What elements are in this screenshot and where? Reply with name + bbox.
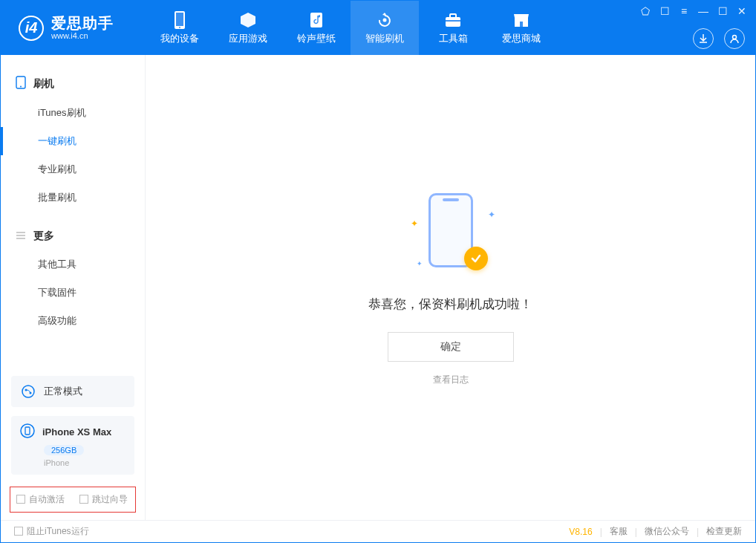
minimize-button[interactable]: — (697, 5, 709, 17)
device-card[interactable]: iPhone XS Max 256GB iPhone (11, 416, 134, 475)
svg-rect-7 (446, 20, 460, 22)
sidebar-item-advanced[interactable]: 高级功能 (1, 307, 145, 335)
toolbox-icon (444, 11, 462, 29)
svg-rect-6 (450, 14, 456, 18)
sidebar-group-more: 更多 (1, 222, 145, 250)
sidebar-group-title: 更多 (33, 230, 54, 243)
sidebar-group-flash: 刷机 (1, 68, 145, 99)
store-icon (512, 11, 530, 29)
view-log-link[interactable]: 查看日志 (433, 374, 469, 386)
brand-text: 爱思助手 www.i4.cn (51, 15, 114, 40)
tab-apps-games[interactable]: 应用游戏 (214, 1, 282, 55)
tab-label: 工具箱 (439, 32, 468, 45)
sidebar-item-itunes-flash[interactable]: iTunes刷机 (1, 99, 145, 127)
skin-button[interactable]: ⬠ (639, 5, 651, 17)
more-icon (16, 231, 26, 242)
success-message: 恭喜您，保资料刷机成功啦！ (368, 296, 532, 313)
device-type: iPhone (44, 458, 126, 467)
checkbox-auto-activate[interactable]: 自动激活 (16, 493, 65, 506)
refresh-icon (376, 11, 394, 29)
svg-rect-8 (520, 22, 523, 27)
tab-label: 铃声壁纸 (297, 32, 336, 45)
svg-point-15 (22, 386, 34, 397)
tab-my-device[interactable]: 我的设备 (146, 1, 214, 55)
sidebar-item-other-tools[interactable]: 其他工具 (1, 250, 145, 279)
brand-subtitle: www.i4.cn (51, 31, 114, 40)
brand-title: 爱思助手 (51, 15, 114, 31)
tab-toolbox[interactable]: 工具箱 (419, 1, 487, 55)
checkbox-block-itunes[interactable]: 阻止iTunes运行 (14, 525, 89, 538)
svg-point-11 (20, 86, 22, 88)
sidebar-item-download-firmware[interactable]: 下载固件 (1, 279, 145, 307)
sidebar-group-title: 刷机 (33, 77, 54, 91)
ok-button[interactable]: 确定 (388, 332, 514, 362)
app-header: i4 爱思助手 www.i4.cn 我的设备 应用游戏 铃声壁纸 (1, 1, 755, 55)
theme-button[interactable]: ☐ (659, 5, 671, 17)
statusbar-link-wechat[interactable]: 微信公众号 (645, 525, 689, 538)
check-badge-icon (464, 247, 488, 270)
checkbox-row-highlighted: 自动激活 跳过向导 (10, 487, 136, 513)
sparkle-icon: ✦ (488, 209, 495, 220)
device-name: iPhone XS Max (42, 426, 111, 438)
mode-label: 正常模式 (44, 385, 82, 398)
sparkle-icon: ✦ (411, 218, 418, 229)
sparkle-icon: ✦ (417, 260, 423, 267)
header-right-actions (693, 28, 745, 49)
main-content: ✦ ✦ ✦ 恭喜您，保资料刷机成功啦！ 确定 查看日志 (146, 55, 755, 520)
tab-store[interactable]: 爱思商城 (487, 1, 555, 55)
window-controls: ⬠ ☐ ≡ — ☐ ✕ (639, 5, 748, 17)
svg-point-18 (21, 424, 34, 438)
brand: i4 爱思助手 www.i4.cn (1, 1, 146, 55)
version-label: V8.16 (569, 527, 592, 537)
sidebar-item-onekey-flash[interactable]: 一键刷机 (1, 127, 145, 155)
svg-rect-3 (310, 13, 322, 27)
success-illustration: ✦ ✦ ✦ (406, 189, 495, 278)
sidebar-item-batch-flash[interactable]: 批量刷机 (1, 183, 145, 212)
download-circle-icon[interactable] (693, 28, 714, 49)
header-tabs: 我的设备 应用游戏 铃声壁纸 智能刷机 工具箱 (146, 1, 555, 55)
svg-rect-19 (25, 427, 30, 435)
sidebar: 刷机 iTunes刷机 一键刷机 专业刷机 批量刷机 更多 其他工具 下载固件 … (1, 55, 146, 520)
music-icon (307, 11, 325, 29)
tab-label: 智能刷机 (365, 32, 404, 45)
checkbox-skip-guide[interactable]: 跳过向导 (79, 493, 128, 506)
close-button[interactable]: ✕ (736, 5, 748, 17)
logo-icon: i4 (19, 16, 44, 41)
svg-point-4 (383, 18, 387, 22)
tab-smart-flash[interactable]: 智能刷机 (351, 1, 419, 55)
device-icon (20, 423, 35, 440)
tab-ringtones-wallpapers[interactable]: 铃声壁纸 (282, 1, 351, 55)
statusbar: 阻止iTunes运行 V8.16 | 客服 | 微信公众号 | 检查更新 (1, 520, 755, 542)
tab-label: 应用游戏 (229, 32, 267, 45)
mode-icon (20, 383, 36, 400)
phone-icon (171, 11, 189, 29)
body: 刷机 iTunes刷机 一键刷机 专业刷机 批量刷机 更多 其他工具 下载固件 … (1, 55, 755, 520)
tab-label: 爱思商城 (502, 32, 541, 45)
svg-point-2 (179, 27, 180, 28)
maximize-button[interactable]: ☐ (717, 5, 729, 17)
user-circle-icon[interactable] (724, 28, 745, 49)
svg-rect-1 (176, 13, 183, 26)
device-storage: 256GB (44, 445, 84, 455)
tab-label: 我的设备 (160, 32, 199, 45)
menu-button[interactable]: ≡ (678, 5, 690, 17)
statusbar-link-support[interactable]: 客服 (610, 525, 628, 538)
svg-point-9 (733, 36, 737, 39)
statusbar-link-update[interactable]: 检查更新 (706, 525, 742, 538)
phone-outline-icon (16, 76, 26, 91)
cube-icon (239, 11, 257, 29)
sidebar-item-pro-flash[interactable]: 专业刷机 (1, 155, 145, 183)
mode-box[interactable]: 正常模式 (11, 376, 134, 407)
